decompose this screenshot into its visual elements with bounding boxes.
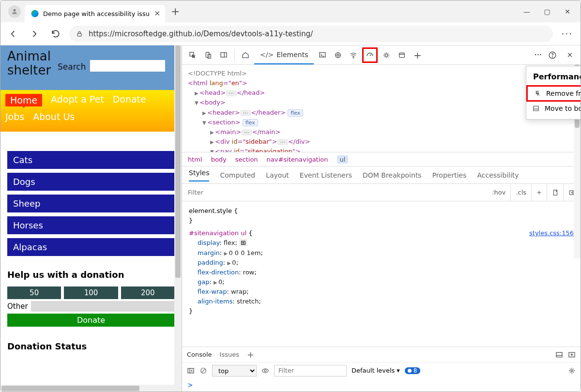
new-style-rule-icon[interactable]: + [531, 184, 542, 201]
svg-rect-23 [188, 368, 194, 373]
application-tab-icon[interactable] [395, 48, 409, 62]
rule-source-link[interactable]: styles.css:156 [529, 228, 574, 238]
nav-donate[interactable]: Donate [113, 94, 146, 106]
clear-console-icon[interactable] [199, 367, 207, 375]
device-toolbar-icon[interactable] [201, 48, 215, 62]
layout-tab[interactable]: Layout [266, 171, 289, 179]
nav-adopt[interactable]: Adopt a Pet [51, 94, 104, 106]
dom-breadcrumbs[interactable]: html body section nav#sitenavigation ul [182, 152, 581, 166]
sidebar-item[interactable]: Dogs [7, 173, 175, 191]
new-tab-button[interactable]: + [171, 5, 180, 17]
search-input[interactable] [90, 60, 165, 72]
console-sidebar-icon[interactable] [187, 367, 195, 375]
profile-avatar[interactable] [8, 5, 21, 18]
elements-tab[interactable]: </> Elements [254, 46, 314, 64]
nav-about[interactable]: About Us [33, 111, 75, 122]
sidebar-item[interactable]: Alpacas [7, 238, 175, 256]
search-label: Search [58, 62, 86, 72]
address-bar[interactable]: https://microsoftedge.github.io/Demos/de… [69, 26, 553, 42]
browser-tab[interactable]: Demo page with accessibility issu ✕ [25, 5, 165, 22]
svg-point-11 [385, 54, 388, 56]
lock-icon [76, 30, 83, 37]
log-levels-select[interactable]: Default levels ▾ [352, 367, 400, 374]
donation-section: Help us with a donation 50 100 200 Other… [0, 265, 182, 332]
hov-toggle[interactable]: :hov [487, 184, 505, 201]
browser-menu-button[interactable]: ··· [559, 29, 576, 39]
refresh-button[interactable] [48, 26, 63, 42]
devtools-toolbar: </> Elements + ··· ✕ [182, 45, 581, 65]
page-scrollbar-vertical[interactable] [174, 45, 182, 392]
nav-jobs[interactable]: Jobs [5, 111, 24, 122]
performance-tab-icon[interactable] [362, 47, 378, 63]
browser-toolbar: https://microsoftedge.github.io/Demos/de… [0, 22, 581, 45]
back-button[interactable] [5, 26, 21, 42]
issues-tab[interactable]: Issues [220, 351, 239, 358]
tab-close-icon[interactable]: ✕ [154, 9, 160, 18]
donate-button[interactable]: Donate [7, 314, 175, 327]
window-close-button[interactable]: ✕ [564, 8, 571, 15]
styles-tabs: Styles Computed Layout Event Listeners D… [182, 166, 581, 184]
svg-point-10 [353, 57, 354, 58]
properties-tab[interactable]: Properties [432, 171, 467, 179]
issues-badge[interactable]: 8 [405, 367, 420, 374]
help-icon[interactable] [546, 48, 559, 62]
sidebar-item[interactable]: Horses [7, 216, 175, 234]
status-heading: Donation Status [0, 332, 182, 354]
event-listeners-tab[interactable]: Event Listeners [300, 171, 352, 179]
styles-body[interactable]: element.style { } styles.css:156#sitenav… [182, 201, 581, 347]
nav-home[interactable]: Home [5, 94, 42, 106]
sidebar-item[interactable]: Cats [7, 151, 175, 169]
network-tab-icon[interactable] [347, 48, 360, 62]
devtools-panel: </> Elements + ··· ✕ Performance Remove … [182, 45, 581, 392]
live-expression-icon[interactable] [261, 367, 269, 375]
context-select[interactable]: top [212, 365, 257, 377]
accessibility-tab[interactable]: Accessibility [477, 171, 519, 179]
dom-tree[interactable]: <!DOCTYPE html> <html lang="en"> ▶<head>… [182, 65, 581, 152]
welcome-tab-icon[interactable] [239, 48, 252, 62]
devtools-close-icon[interactable]: ✕ [563, 48, 577, 62]
sources-tab-icon[interactable] [331, 48, 345, 62]
dock-icon[interactable] [217, 48, 230, 62]
console-tab-icon[interactable] [316, 48, 329, 62]
context-menu-move-bottom[interactable]: Move to bottom Quick View [526, 102, 581, 115]
elements-tab-icon: </> [260, 51, 274, 59]
svg-rect-20 [556, 352, 562, 357]
console-tab[interactable]: Console [187, 351, 212, 358]
svg-rect-12 [399, 53, 405, 57]
edge-icon [31, 9, 39, 18]
styles-tab[interactable]: Styles [189, 169, 209, 181]
donation-heading: Help us with a donation [7, 270, 175, 280]
devtools-menu-button[interactable]: ··· [535, 50, 542, 60]
close-drawer-icon[interactable] [568, 351, 576, 359]
memory-tab-icon[interactable] [380, 48, 393, 62]
styles-filter-input[interactable] [182, 189, 482, 196]
svg-rect-16 [534, 106, 539, 110]
donation-amount[interactable]: 100 [64, 286, 118, 299]
page-content: Animalshelter Search Home Adopt a Pet Do… [0, 45, 182, 392]
dom-breakpoints-tab[interactable]: DOM Breakpoints [363, 171, 422, 179]
tab-context-menu: Performance Remove from Activity Bar Mov… [526, 66, 581, 120]
donation-amount[interactable]: 200 [121, 286, 175, 299]
console-prompt[interactable]: > [182, 378, 581, 392]
forward-button[interactable] [27, 26, 42, 42]
svg-rect-5 [221, 52, 227, 57]
add-drawer-tab[interactable]: + [247, 349, 254, 360]
more-tabs-icon[interactable]: + [411, 48, 424, 62]
collapse-drawer-icon[interactable] [555, 351, 563, 359]
window-maximize-button[interactable]: ▢ [544, 8, 550, 15]
computed-tab[interactable]: Computed [220, 171, 255, 179]
window-minimize-button[interactable]: — [523, 8, 530, 15]
donation-amount[interactable]: 50 [7, 286, 61, 299]
context-menu-title: Performance [526, 70, 581, 85]
svg-rect-18 [554, 190, 557, 195]
context-menu-remove[interactable]: Remove from Activity Bar [526, 85, 581, 102]
computed-pane-icon[interactable] [547, 184, 559, 201]
console-settings-icon[interactable] [568, 367, 576, 375]
other-amount-input[interactable] [31, 301, 175, 312]
inspect-element-icon[interactable] [186, 48, 199, 62]
cls-toggle[interactable]: .cls [510, 184, 526, 201]
console-filter-input[interactable] [274, 365, 347, 377]
sidebar-item[interactable]: Sheep [7, 195, 175, 212]
page-scrollbar-horizontal[interactable] [0, 385, 174, 392]
svg-point-27 [571, 370, 573, 372]
